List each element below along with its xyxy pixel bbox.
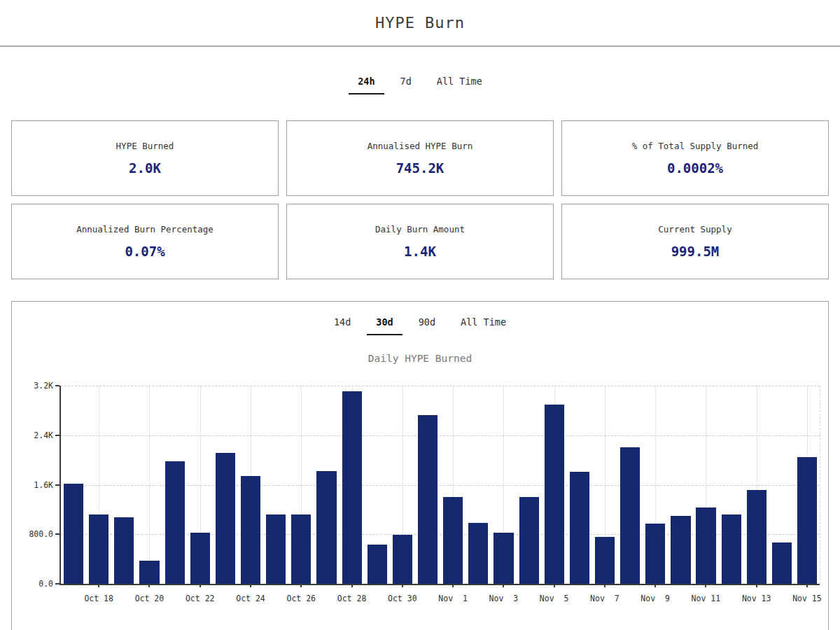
stat-card-daily-burn-amount: Daily Burn Amount1.4K bbox=[286, 204, 554, 279]
x-axis-label: Nov 15 bbox=[792, 594, 822, 603]
x-axis-tick bbox=[806, 584, 808, 587]
y-axis-tick bbox=[55, 385, 59, 386]
bar-nov-1 bbox=[443, 497, 463, 584]
stats-grid: HYPE Burned2.0KAnnualised HYPE Burn745.2… bbox=[11, 120, 829, 279]
x-axis-tick bbox=[402, 584, 403, 587]
x-axis-label: Nov 11 bbox=[692, 594, 721, 603]
chart-title: Daily HYPE Burned bbox=[12, 353, 828, 364]
stat-card-hype-burned: HYPE Burned2.0K bbox=[11, 120, 279, 196]
bar-nov-4 bbox=[519, 497, 539, 584]
x-axis-tick bbox=[756, 584, 757, 587]
bar-oct-26 bbox=[291, 514, 311, 584]
bar-nov-14 bbox=[772, 542, 792, 584]
x-axis-label: Oct 28 bbox=[337, 594, 367, 603]
x-axis-tick bbox=[250, 584, 251, 587]
x-axis-label: Nov 13 bbox=[742, 594, 771, 603]
stat-card-value: 1.4K bbox=[404, 244, 436, 259]
x-axis-tick bbox=[452, 584, 454, 587]
y-axis-tick bbox=[55, 435, 59, 436]
bar-slot bbox=[744, 386, 769, 584]
bar-slot bbox=[769, 386, 794, 584]
x-axis-tick bbox=[200, 584, 201, 587]
chart-range-tabs: 14d30d90dAll Time bbox=[12, 316, 828, 335]
bar-oct-20 bbox=[139, 561, 159, 584]
tab-7d[interactable]: 7d bbox=[391, 76, 421, 94]
bar-nov-5 bbox=[545, 405, 564, 584]
y-axis-label: 2.4K bbox=[34, 430, 53, 440]
x-axis-label: Oct 18 bbox=[84, 594, 113, 603]
bar-slot bbox=[415, 386, 440, 584]
bar-slot bbox=[465, 386, 491, 584]
bar-slot bbox=[390, 386, 415, 584]
bars-layer bbox=[61, 386, 820, 584]
x-axis-label: Nov 5 bbox=[540, 594, 569, 603]
bar-slot bbox=[643, 386, 668, 584]
y-axis-tick bbox=[55, 533, 59, 535]
x-axis-tick bbox=[148, 584, 150, 587]
x-axis-label: Oct 26 bbox=[286, 594, 316, 603]
x-axis-label: Nov 3 bbox=[489, 594, 519, 603]
stat-card-label: Current Supply bbox=[658, 224, 732, 234]
bar-nov-12 bbox=[722, 514, 741, 584]
bar-oct-29 bbox=[368, 545, 387, 584]
stat-card-label: Annualised HYPE Burn bbox=[368, 141, 473, 151]
bar-nov-11 bbox=[696, 507, 715, 584]
bar-slot bbox=[517, 386, 542, 584]
stat-card-label: Annualized Burn Percentage bbox=[76, 224, 214, 234]
bar-slot bbox=[238, 386, 263, 584]
x-axis-label: Oct 30 bbox=[388, 594, 417, 603]
stat-card-value: 0.0002% bbox=[667, 160, 723, 176]
bar-oct-21 bbox=[165, 461, 185, 584]
bar-oct-27 bbox=[316, 471, 336, 584]
x-axis-label: Nov 1 bbox=[438, 594, 468, 603]
bar-oct-17 bbox=[64, 484, 83, 584]
x-axis-tick bbox=[705, 584, 706, 587]
x-axis-tick bbox=[604, 584, 606, 587]
bar-slot bbox=[162, 386, 188, 584]
bar-nov-8 bbox=[620, 447, 640, 584]
chart-tab-14d[interactable]: 14d bbox=[325, 316, 360, 335]
y-axis-label: 800.0 bbox=[29, 529, 53, 539]
chart-tab-all-time[interactable]: All Time bbox=[451, 316, 515, 335]
bar-oct-22 bbox=[190, 533, 210, 584]
bar-slot bbox=[719, 386, 744, 584]
bar-slot bbox=[111, 386, 136, 584]
bar-nov-3 bbox=[493, 533, 513, 584]
stat-card-value: 745.2K bbox=[396, 160, 444, 176]
chart-panel: 14d30d90dAll Time Daily HYPE Burned 0.08… bbox=[11, 301, 829, 630]
bar-slot bbox=[136, 386, 162, 584]
bar-slot bbox=[440, 386, 465, 584]
chart-tab-90d[interactable]: 90d bbox=[410, 316, 444, 335]
bar-slot bbox=[288, 386, 314, 584]
bar-slot bbox=[61, 386, 86, 584]
x-axis-label: Nov 7 bbox=[590, 594, 620, 603]
stat-card-label: Daily Burn Amount bbox=[375, 224, 465, 234]
bar-oct-19 bbox=[114, 517, 134, 584]
x-axis-label: Oct 20 bbox=[135, 594, 164, 603]
stat-card-value: 999.5M bbox=[671, 244, 720, 259]
chart-tab-30d[interactable]: 30d bbox=[367, 316, 402, 335]
bar-slot bbox=[617, 386, 643, 584]
x-axis-label: Oct 22 bbox=[186, 594, 215, 603]
stat-card-value: 0.07% bbox=[125, 244, 164, 259]
y-axis-tick bbox=[55, 484, 59, 486]
stat-card-current-supply: Current Supply999.5M bbox=[561, 204, 829, 279]
bar-slot bbox=[314, 386, 339, 584]
stat-card-annualized-burn-percentage: Annualized Burn Percentage0.07% bbox=[11, 204, 279, 279]
y-axis-label: 1.6K bbox=[34, 480, 53, 490]
bar-slot bbox=[542, 386, 567, 584]
x-axis-tick bbox=[654, 584, 656, 587]
tab-all-time[interactable]: All Time bbox=[428, 76, 491, 94]
period-tabs: 24h7dAll Time bbox=[0, 76, 840, 94]
bar-oct-24 bbox=[241, 476, 260, 584]
stat-card-value: 2.0K bbox=[129, 160, 161, 176]
bar-nov-10 bbox=[671, 516, 690, 584]
y-axis-tick bbox=[55, 583, 59, 584]
bar-slot bbox=[340, 386, 365, 584]
bar-nov-6 bbox=[570, 472, 589, 584]
bar-oct-23 bbox=[216, 453, 235, 584]
bar-nov-7 bbox=[595, 537, 615, 584]
tab-24h[interactable]: 24h bbox=[349, 76, 384, 94]
x-axis-tick bbox=[98, 584, 99, 587]
page-title: HYPE Burn bbox=[375, 14, 465, 31]
